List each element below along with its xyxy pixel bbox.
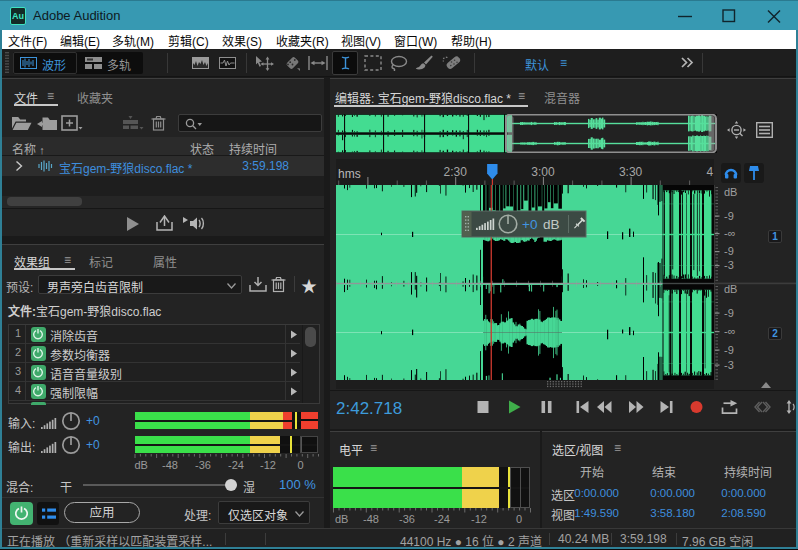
svg-text:2:30: 2:30 <box>444 165 468 179</box>
svg-text:-9: -9 <box>724 307 734 319</box>
svg-text:+0: +0 <box>522 217 537 232</box>
svg-text:-∞: -∞ <box>724 325 736 337</box>
svg-text:3:30: 3:30 <box>619 165 643 179</box>
svg-text:dB: dB <box>724 283 737 295</box>
svg-text:-9: -9 <box>724 210 734 222</box>
svg-text:4:00: 4:00 <box>707 165 714 179</box>
svg-text:3:00: 3:00 <box>531 165 555 179</box>
svg-text:-3: -3 <box>724 359 734 371</box>
svg-text:-∞: -∞ <box>724 227 736 239</box>
svg-text:-3: -3 <box>724 259 734 271</box>
svg-text:dB: dB <box>543 217 560 232</box>
svg-text:dB: dB <box>724 186 737 198</box>
svg-text:-9: -9 <box>724 245 734 257</box>
svg-text:hms: hms <box>338 167 361 181</box>
svg-text:-9: -9 <box>724 344 734 356</box>
